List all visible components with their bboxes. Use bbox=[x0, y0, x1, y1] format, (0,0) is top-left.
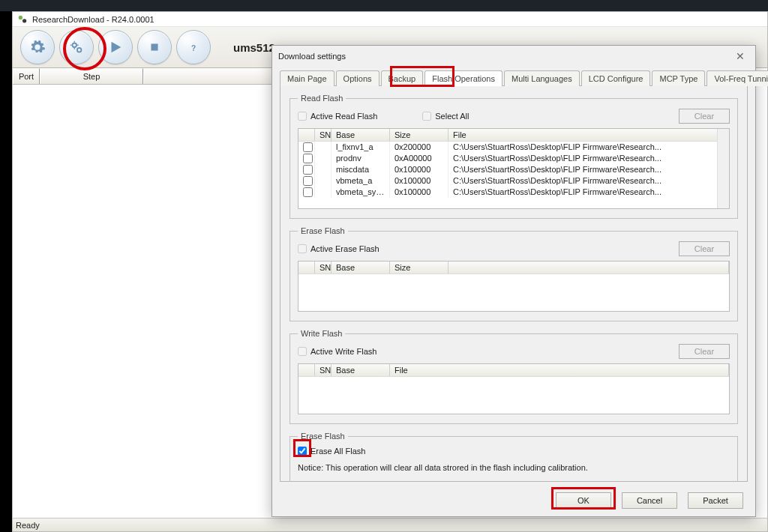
tab-lcd-configure[interactable]: LCD Configure bbox=[581, 70, 651, 86]
status-bar: Ready bbox=[13, 518, 767, 531]
btn-write-clear[interactable]: Clear bbox=[679, 344, 730, 359]
group-read-flash: Read Flash Active Read Flash Select All … bbox=[290, 94, 738, 219]
btn-read-clear[interactable]: Clear bbox=[679, 109, 730, 124]
read-flash-table: SN Base Size File l_fixnv1_a0x200000C:\U… bbox=[298, 128, 730, 209]
tab-vol-freq[interactable]: Vol-Freq Tunning bbox=[706, 70, 768, 86]
cbx-active-write-flash[interactable]: Active Write Flash bbox=[298, 347, 376, 356]
svg-point-2 bbox=[73, 43, 77, 48]
table-row[interactable]: vbmeta_syst...0x100000C:\Users\StuartRos… bbox=[298, 187, 729, 198]
col-sn[interactable]: SN bbox=[315, 262, 332, 273]
group-erase-flash: Erase Flash Active Erase Flash Clear SN … bbox=[290, 226, 738, 321]
cbx-select-all[interactable]: Select All bbox=[422, 112, 469, 121]
tab-body: Read Flash Active Read Flash Select All … bbox=[280, 86, 748, 482]
dialog-buttons: OK Cancel Packet bbox=[272, 486, 755, 516]
col-base[interactable]: Base bbox=[332, 129, 390, 141]
col-step[interactable]: Step bbox=[40, 68, 143, 84]
dialog-title: Download settings bbox=[278, 52, 346, 61]
tab-main-page[interactable]: Main Page bbox=[280, 70, 334, 86]
tab-multi-languages[interactable]: Multi Languages bbox=[504, 70, 580, 86]
col-size[interactable]: Size bbox=[390, 129, 448, 141]
tab-mcp-type[interactable]: MCP Type bbox=[652, 70, 705, 86]
col-port[interactable]: Port bbox=[13, 68, 40, 84]
col-size[interactable]: Size bbox=[390, 262, 448, 273]
legend-write-flash: Write Flash bbox=[298, 329, 345, 338]
help-button[interactable]: ? bbox=[176, 30, 211, 64]
dialog-titlebar: Download settings ✕ bbox=[272, 46, 755, 67]
table-row[interactable]: miscdata0x100000C:\Users\StuartRoss\Desk… bbox=[298, 164, 729, 175]
table-row[interactable]: l_fixnv1_a0x200000C:\Users\StuartRoss\De… bbox=[298, 142, 729, 153]
btn-erase-clear[interactable]: Clear bbox=[679, 241, 730, 256]
gear-button[interactable] bbox=[20, 30, 55, 64]
close-icon[interactable]: ✕ bbox=[731, 50, 749, 62]
erase-all-notice: Notice: This operation will clear all da… bbox=[298, 463, 730, 472]
status-text: Ready bbox=[16, 521, 40, 530]
legend-erase-all: Erase Flash bbox=[298, 432, 348, 441]
write-flash-table: SN Base File bbox=[298, 363, 730, 414]
tab-options[interactable]: Options bbox=[336, 70, 380, 86]
group-write-flash: Write Flash Active Write Flash Clear SN … bbox=[290, 329, 738, 424]
erase-flash-table: SN Base Size bbox=[298, 261, 730, 312]
col-sn[interactable]: SN bbox=[315, 364, 332, 376]
titlebar: ResearchDownload - R24.0.0001 bbox=[13, 12, 767, 26]
download-settings-dialog: Download settings ✕ Main Page Options Ba… bbox=[272, 45, 756, 517]
col-base[interactable]: Base bbox=[332, 262, 390, 273]
scrollbar[interactable] bbox=[717, 129, 729, 208]
svg-text:?: ? bbox=[191, 44, 196, 52]
table-row[interactable]: vbmeta_a0x100000C:\Users\StuartRoss\Desk… bbox=[298, 175, 729, 187]
packet-button[interactable]: Packet bbox=[688, 492, 743, 509]
legend-read-flash: Read Flash bbox=[298, 94, 346, 103]
tab-flash-operations[interactable]: Flash Operations bbox=[424, 70, 502, 86]
ok-button[interactable]: OK bbox=[556, 492, 611, 509]
browser-chrome bbox=[0, 0, 768, 11]
cancel-button[interactable]: Cancel bbox=[622, 492, 677, 509]
col-base[interactable]: Base bbox=[332, 364, 390, 376]
device-label: ums512 bbox=[233, 41, 275, 54]
svg-point-3 bbox=[77, 48, 82, 52]
app-icon bbox=[17, 14, 28, 25]
tabs: Main Page Options Backup Flash Operation… bbox=[280, 70, 748, 85]
svg-rect-8 bbox=[151, 43, 158, 50]
col-sn[interactable]: SN bbox=[315, 129, 332, 141]
play-button[interactable] bbox=[98, 30, 133, 64]
col-file[interactable]: File bbox=[448, 129, 729, 141]
window-title: ResearchDownload - R24.0.0001 bbox=[32, 15, 154, 24]
tab-backup[interactable]: Backup bbox=[381, 70, 424, 86]
svg-point-1 bbox=[22, 19, 26, 22]
cbx-active-erase-flash[interactable]: Active Erase Flash bbox=[298, 244, 380, 253]
svg-point-0 bbox=[19, 15, 22, 19]
legend-erase-flash: Erase Flash bbox=[298, 226, 348, 235]
table-row[interactable]: prodnv0xA00000C:\Users\StuartRoss\Deskto… bbox=[298, 153, 729, 164]
group-erase-all: Erase Flash Erase All Flash Notice: This… bbox=[290, 432, 738, 482]
stop-button[interactable] bbox=[137, 30, 172, 64]
col-file[interactable]: File bbox=[390, 364, 729, 376]
cbx-erase-all-flash[interactable]: Erase All Flash bbox=[298, 447, 365, 456]
cbx-active-read-flash[interactable]: Active Read Flash bbox=[298, 112, 377, 121]
gears-button[interactable] bbox=[59, 30, 94, 64]
